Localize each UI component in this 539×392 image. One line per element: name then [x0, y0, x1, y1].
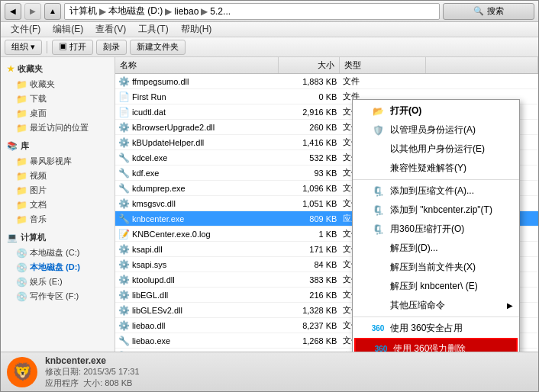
- file-type-icon: ⚙️: [118, 320, 129, 331]
- context-menu-item[interactable]: 解压到当前文件夹(X): [353, 258, 519, 277]
- file-type-icon: ⚙️: [118, 137, 129, 148]
- file-row-date: [426, 96, 538, 98]
- computer-section: 💻计算机 💿本地磁盘 (C:) 💿本地磁盘 (D:) 💿娱乐 (E:) 💿写作专…: [1, 230, 115, 304]
- sidebar-item-video[interactable]: 📁视频: [1, 169, 115, 183]
- sidebar-item-music[interactable]: 📁音乐: [1, 212, 115, 227]
- table-row[interactable]: ⚙️ ffmpegsumo.dll 1,883 KB 文件: [115, 74, 538, 89]
- address-bar: ◀ ▶ ▲ 计算机 ▶ 本地磁盘 (D:) ▶ liebao ▶ 5.2... …: [1, 1, 538, 22]
- status-info: knbcenter.exe 修改日期: 2015/3/5 17:31 应用程序 …: [45, 355, 532, 389]
- file-row-name: 🔧 liebao.exe: [115, 335, 281, 347]
- sidebar-item-drive-d[interactable]: 💿本地磁盘 (D:): [1, 260, 115, 275]
- file-row-name: 📝 KNBCenter.exe.0.log: [115, 228, 281, 240]
- context-menu-item[interactable]: 以其他用户身份运行(E): [353, 140, 519, 159]
- file-row-size: 1,328 KB: [281, 305, 341, 316]
- sidebar-item-media[interactable]: 📁暴风影视库: [1, 154, 115, 169]
- file-type-icon: ⚙️: [118, 275, 129, 285]
- file-row-name: 🔧 kdcel.exe: [115, 152, 281, 164]
- menu-help[interactable]: 帮助(H): [175, 21, 218, 37]
- context-menu-item[interactable]: 解压到 knbcenter\ (E): [353, 277, 519, 296]
- ctx-item-label: 以其他用户身份运行(E): [390, 143, 485, 156]
- up-button[interactable]: ▲: [44, 3, 61, 20]
- ctx-item-icon: [372, 262, 384, 274]
- file-row-name: ⚙️ liebao.dll: [115, 320, 281, 332]
- ctx-item-label: 用360压缩打开(O): [390, 223, 464, 236]
- file-row-size: 84 KB: [281, 259, 341, 270]
- burn-button[interactable]: 刻录: [96, 40, 127, 55]
- context-menu-separator: [353, 316, 519, 317]
- ctx-item-label: 以管理员身份运行(A): [390, 124, 476, 137]
- sidebar-item-favorites[interactable]: 📁收藏夹: [1, 77, 115, 92]
- menu-view[interactable]: 查看(V): [89, 21, 132, 37]
- file-row-name: ⚙️ ksapi.sys: [115, 259, 281, 271]
- context-menu-item[interactable]: 🗜️用360压缩打开(O): [353, 220, 519, 239]
- file-row-size: 1,065 KB: [281, 351, 341, 352]
- back-button[interactable]: ◀: [5, 3, 21, 20]
- context-menu-item[interactable]: 🛡️以管理员身份运行(A): [353, 120, 519, 140]
- file-type-icon: ⚙️: [118, 76, 129, 87]
- ctx-item-icon: 🗜️: [372, 204, 384, 217]
- context-menu-item[interactable]: 360使用 360强力删除: [354, 338, 518, 352]
- new-folder-button[interactable]: 新建文件夹: [130, 40, 186, 55]
- library-section: 📚库 📁暴风影视库 📁视频 📁图片 📁文档 📁音乐: [1, 138, 115, 227]
- sidebar-item-desktop[interactable]: 📁桌面: [1, 106, 115, 120]
- ctx-item-icon: 🗜️: [372, 185, 384, 198]
- breadcrumb-drive: 本地磁盘 (D:): [108, 5, 163, 18]
- context-menu-item[interactable]: 360使用 360安全占用: [353, 319, 519, 338]
- file-row-size: 383 KB: [281, 275, 341, 285]
- col-date[interactable]: [426, 57, 538, 73]
- file-type-icon: ⚙️: [118, 259, 129, 270]
- file-row-name: ⚙️ ffmpegsumo.dll: [115, 76, 281, 88]
- file-list-header: 名称 大小 类型: [115, 57, 538, 74]
- file-type-icon: 🔧: [118, 214, 129, 224]
- file-row-type: 文件: [340, 75, 425, 88]
- ctx-item-label: 解压到 knbcenter\ (E): [390, 280, 478, 293]
- file-row-size: 1,416 KB: [281, 137, 341, 148]
- organize-button[interactable]: 组织 ▾: [5, 40, 42, 55]
- file-row-size: 2,916 KB: [281, 107, 341, 117]
- context-menu-item[interactable]: 其他压缩命令▶: [353, 296, 519, 315]
- explorer-window: ◀ ▶ ▲ 计算机 ▶ 本地磁盘 (D:) ▶ liebao ▶ 5.2... …: [0, 0, 539, 392]
- file-type-icon: 🔧: [118, 351, 129, 352]
- forward-button[interactable]: ▶: [24, 3, 41, 20]
- menu-tools[interactable]: 工具(T): [132, 21, 174, 37]
- context-menu-item[interactable]: 解压到(D)...: [353, 239, 519, 258]
- favorites-header: ★ 收藏夹: [1, 61, 115, 77]
- context-menu-item[interactable]: 兼容性疑难解答(Y): [353, 159, 519, 178]
- sidebar-item-recent[interactable]: 📁最近访问的位置: [1, 120, 115, 135]
- col-type[interactable]: 类型: [340, 57, 426, 73]
- sidebar-item-pictures[interactable]: 📁图片: [1, 183, 115, 198]
- breadcrumb-computer: 计算机: [69, 5, 97, 18]
- ctx-item-icon: 360: [372, 323, 384, 335]
- context-menu-item[interactable]: 🗜️添加到压缩文件(A)...: [353, 182, 519, 201]
- open-button[interactable]: ▣ 打开: [52, 40, 93, 55]
- file-row-size: 260 KB: [281, 122, 341, 133]
- file-row-size: 1,051 KB: [281, 198, 341, 209]
- ctx-item-icon: 🗜️: [372, 223, 384, 236]
- file-type-icon: 📝: [118, 229, 129, 239]
- file-type-icon: 🔧: [118, 153, 129, 163]
- sidebar-item-drive-e[interactable]: 💿娱乐 (E:): [1, 275, 115, 289]
- context-menu-item[interactable]: 📂打开(O): [353, 101, 519, 120]
- sidebar-item-drive-c[interactable]: 💿本地磁盘 (C:): [1, 246, 115, 260]
- ctx-item-icon: 📂: [372, 105, 384, 117]
- sidebar-item-drive-f[interactable]: 💿写作专区 (F:): [1, 289, 115, 304]
- file-row-name: ⚙️ ktoolupd.dll: [115, 274, 281, 286]
- menu-edit[interactable]: 编辑(E): [47, 21, 89, 37]
- breadcrumb[interactable]: 计算机 ▶ 本地磁盘 (D:) ▶ liebao ▶ 5.2...: [64, 3, 440, 20]
- file-row-name: 🔧 kdumprep.exe: [115, 182, 281, 194]
- sidebar-item-downloads[interactable]: 📁下载: [1, 92, 115, 106]
- menu-file[interactable]: 文件(F): [5, 21, 47, 37]
- file-row-date: [426, 81, 538, 82]
- search-bar[interactable]: 🔍 搜索: [443, 3, 534, 20]
- favorites-section: ★ 收藏夹 📁收藏夹 📁下载 📁桌面 📁最近访问的位置: [1, 61, 115, 135]
- file-row-size: 216 KB: [281, 290, 341, 300]
- col-name[interactable]: 名称: [115, 57, 279, 73]
- ctx-item-label: 打开(O): [390, 104, 421, 117]
- file-row-size: 8,237 KB: [281, 320, 341, 331]
- col-size[interactable]: 大小: [279, 57, 340, 73]
- file-list: 名称 大小 类型 ⚙️ ffmpegsumo.dll 1,883 KB 文件 📄…: [115, 57, 538, 352]
- sidebar-item-documents[interactable]: 📁文档: [1, 198, 115, 212]
- toolbar: 组织 ▾ ▣ 打开 刻录 新建文件夹: [1, 37, 538, 57]
- ctx-item-label: 解压到当前文件夹(X): [390, 261, 476, 274]
- context-menu-item[interactable]: 🗜️添加到 "knbcenter.zip"(T): [353, 201, 519, 220]
